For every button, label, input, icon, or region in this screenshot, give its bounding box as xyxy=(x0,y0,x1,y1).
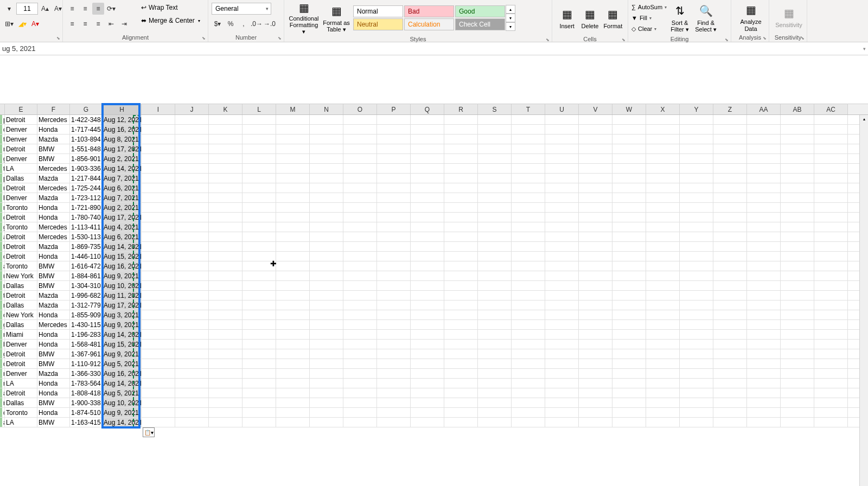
cell[interactable] xyxy=(377,125,411,134)
cell[interactable] xyxy=(747,291,781,300)
column-header-AC[interactable]: AC xyxy=(814,104,848,114)
cell[interactable] xyxy=(512,379,545,388)
cell[interactable] xyxy=(209,418,242,427)
find-select-button[interactable]: 🔍Find & Select ▾ xyxy=(693,1,719,35)
cell[interactable] xyxy=(209,340,242,349)
cell[interactable] xyxy=(579,213,612,222)
cell[interactable] xyxy=(713,359,747,368)
cell[interactable] xyxy=(276,340,310,349)
cell[interactable] xyxy=(310,340,343,349)
cell[interactable] xyxy=(478,183,512,193)
cell[interactable]: Dallas xyxy=(5,320,37,329)
table-row[interactable]: cDenverHonda1-717-445Aug 16, 2021 xyxy=(0,125,868,135)
cell[interactable] xyxy=(545,144,579,154)
cell[interactable] xyxy=(209,281,242,290)
cell[interactable] xyxy=(377,261,411,271)
cell[interactable]: r. xyxy=(0,144,5,154)
cell[interactable] xyxy=(411,349,444,359)
cell[interactable] xyxy=(478,388,512,398)
cell[interactable] xyxy=(209,174,242,183)
cell[interactable] xyxy=(310,135,343,144)
cell[interactable] xyxy=(142,174,175,183)
cell[interactable] xyxy=(612,261,646,271)
cell[interactable]: g xyxy=(0,349,5,359)
cell[interactable] xyxy=(343,291,377,300)
cell[interactable] xyxy=(276,369,310,378)
cell[interactable] xyxy=(747,203,781,212)
cell[interactable] xyxy=(747,261,781,271)
cell[interactable] xyxy=(545,340,579,349)
cell[interactable] xyxy=(411,418,444,427)
increase-decimal-icon[interactable]: .0→ xyxy=(251,18,263,30)
cell[interactable] xyxy=(142,379,175,388)
cell[interactable] xyxy=(747,281,781,290)
cell[interactable] xyxy=(411,164,444,173)
cell[interactable]: n xyxy=(0,203,5,212)
cell[interactable] xyxy=(411,369,444,378)
cell[interactable] xyxy=(142,340,175,349)
cell[interactable] xyxy=(175,408,209,417)
cell[interactable] xyxy=(377,154,411,163)
cell[interactable]: 1-903-336 xyxy=(70,164,103,173)
cell[interactable] xyxy=(411,125,444,134)
cell[interactable] xyxy=(646,203,680,212)
table-row[interactable]: cDetroitHonda1-446-110Aug 15, 2021 xyxy=(0,252,868,261)
cell[interactable] xyxy=(242,388,276,398)
cell[interactable] xyxy=(478,154,512,163)
cell[interactable] xyxy=(713,222,747,232)
cell[interactable] xyxy=(512,125,545,134)
style-normal[interactable]: Normal xyxy=(353,5,403,17)
cell[interactable] xyxy=(646,164,680,173)
paste-options-icon[interactable]: 📋▾ xyxy=(143,427,155,437)
cell[interactable]: BMW xyxy=(37,271,70,280)
align-middle-icon[interactable]: ≡ xyxy=(79,3,91,15)
cell[interactable] xyxy=(242,213,276,222)
cell[interactable] xyxy=(646,320,680,329)
cell[interactable] xyxy=(680,213,713,222)
column-header-AB[interactable]: AB xyxy=(781,104,814,114)
cell[interactable] xyxy=(343,320,377,329)
cell[interactable] xyxy=(612,388,646,398)
cell[interactable] xyxy=(142,291,175,300)
cell[interactable] xyxy=(175,242,209,251)
cell[interactable] xyxy=(444,144,478,154)
cell[interactable] xyxy=(545,388,579,398)
cell[interactable] xyxy=(276,232,310,241)
cell[interactable] xyxy=(242,154,276,163)
cell[interactable] xyxy=(142,242,175,251)
cell[interactable] xyxy=(545,300,579,310)
cell[interactable] xyxy=(747,164,781,173)
cell[interactable] xyxy=(680,183,713,193)
cell[interactable] xyxy=(276,222,310,232)
cell[interactable] xyxy=(512,252,545,261)
cell[interactable] xyxy=(680,310,713,319)
cell[interactable] xyxy=(512,291,545,300)
cell[interactable] xyxy=(411,379,444,388)
cell[interactable] xyxy=(142,232,175,241)
cell[interactable] xyxy=(713,154,747,163)
cell[interactable]: Dallas xyxy=(5,281,37,290)
cell[interactable] xyxy=(478,232,512,241)
cell[interactable] xyxy=(646,388,680,398)
cell[interactable]: Aug 16, 2021 xyxy=(103,369,142,378)
cell[interactable] xyxy=(814,398,848,407)
cell[interactable] xyxy=(175,193,209,202)
cell[interactable]: Honda xyxy=(37,213,70,222)
column-header-S[interactable]: S xyxy=(478,104,512,114)
cell[interactable] xyxy=(276,203,310,212)
cell[interactable] xyxy=(680,115,713,124)
cell[interactable]: ns xyxy=(0,369,5,378)
cell[interactable] xyxy=(175,115,209,124)
cell[interactable] xyxy=(276,125,310,134)
cell[interactable] xyxy=(579,320,612,329)
cell[interactable] xyxy=(814,310,848,319)
cell[interactable] xyxy=(209,154,242,163)
cell[interactable] xyxy=(713,369,747,378)
cell[interactable] xyxy=(411,281,444,290)
cell[interactable] xyxy=(545,379,579,388)
cell[interactable] xyxy=(310,398,343,407)
cell[interactable] xyxy=(209,213,242,222)
cell[interactable]: Aug 8, 2021 xyxy=(103,135,142,144)
cell[interactable]: c xyxy=(0,213,5,222)
cell[interactable]: Mazda xyxy=(37,300,70,310)
